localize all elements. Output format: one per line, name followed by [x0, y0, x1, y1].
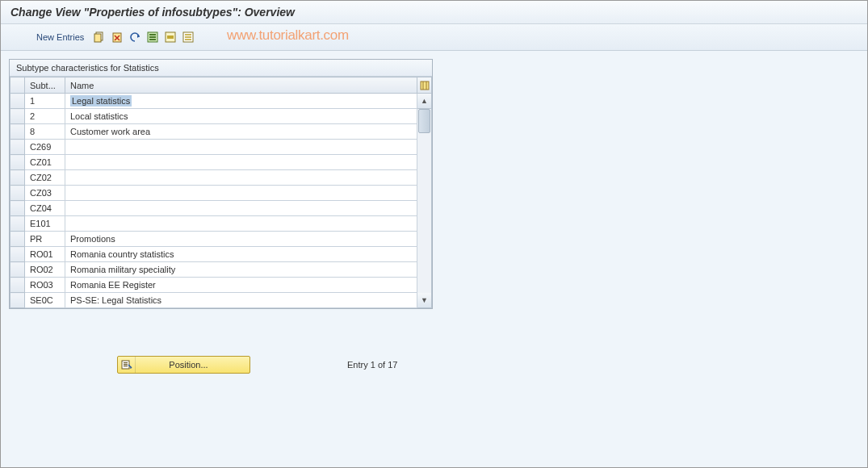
data-grid[interactable]: Subt... Name 1Legal statistics2Local sta… — [10, 77, 417, 308]
cell-name[interactable]: Legal statistics — [65, 94, 417, 109]
scroll-down-icon[interactable]: ▼ — [417, 293, 432, 308]
row-selector[interactable] — [10, 140, 25, 155]
new-entries-button[interactable]: New Entries — [36, 32, 89, 42]
svg-rect-6 — [149, 39, 156, 40]
row-selector[interactable] — [10, 155, 25, 170]
row-selector[interactable] — [10, 232, 25, 247]
cell-subt[interactable]: 1 — [25, 94, 65, 109]
cell-subt[interactable]: CZ04 — [25, 201, 65, 216]
column-header-name[interactable]: Name — [65, 77, 417, 94]
svg-rect-10 — [185, 34, 191, 36]
select-all-icon[interactable] — [145, 30, 160, 44]
delete-icon[interactable] — [110, 30, 124, 44]
row-selector[interactable] — [10, 124, 25, 140]
cell-name[interactable] — [65, 186, 417, 201]
svg-rect-8 — [167, 36, 174, 39]
cell-name[interactable]: Promotions — [65, 232, 417, 247]
table-row[interactable]: RO01Romania country statistics — [10, 247, 417, 262]
vertical-scrollbar[interactable]: ▲ ▼ — [417, 77, 432, 308]
table-row[interactable]: C269 — [10, 140, 417, 155]
table-row[interactable]: CZ02 — [10, 170, 417, 186]
scroll-thumb[interactable] — [418, 109, 430, 133]
row-selector[interactable] — [10, 109, 25, 124]
cell-subt[interactable]: SE0C — [25, 293, 65, 308]
cell-name[interactable] — [65, 170, 417, 186]
cell-name[interactable] — [65, 140, 417, 155]
toolbar: New Entries www.tutorialkart.com — [1, 24, 867, 51]
table-row[interactable]: 2Local statistics — [10, 109, 417, 124]
content-area: Subtype characteristics for Statistics S… — [1, 51, 867, 468]
scroll-track[interactable] — [417, 109, 432, 293]
row-selector[interactable] — [10, 278, 25, 293]
cell-name[interactable]: Customer work area — [65, 124, 417, 140]
cell-subt[interactable]: C269 — [25, 140, 65, 155]
table-panel: Subtype characteristics for Statistics S… — [9, 59, 433, 309]
table-row[interactable]: 1Legal statistics — [10, 94, 417, 109]
svg-rect-13 — [421, 81, 429, 90]
undo-icon[interactable] — [128, 30, 142, 44]
svg-rect-5 — [149, 36, 156, 38]
cell-name[interactable] — [65, 155, 417, 170]
svg-rect-4 — [149, 34, 156, 36]
svg-rect-1 — [94, 34, 101, 42]
cell-subt[interactable]: CZ03 — [25, 186, 65, 201]
svg-rect-17 — [124, 362, 128, 363]
row-selector[interactable] — [10, 170, 25, 186]
table-row[interactable]: CZ01 — [10, 155, 417, 170]
table-row[interactable]: PRPromotions — [10, 232, 417, 247]
position-button[interactable]: Position... — [117, 356, 250, 374]
panel-title: Subtype characteristics for Statistics — [10, 60, 432, 77]
scroll-up-icon[interactable]: ▲ — [417, 94, 432, 109]
configure-columns-icon[interactable] — [417, 77, 432, 94]
table-row[interactable]: CZ04 — [10, 201, 417, 216]
table-row[interactable]: CZ03 — [10, 186, 417, 201]
cell-subt[interactable]: RO02 — [25, 262, 65, 278]
position-icon — [118, 357, 136, 373]
column-header-select[interactable] — [10, 77, 25, 94]
cell-subt[interactable]: RO03 — [25, 278, 65, 293]
cell-subt[interactable]: 8 — [25, 124, 65, 140]
table-row[interactable]: 8Customer work area — [10, 124, 417, 140]
select-block-icon[interactable] — [163, 30, 178, 44]
table-row[interactable]: E101 — [10, 216, 417, 232]
cell-name[interactable]: Romania military speciality — [65, 262, 417, 278]
entry-counter: Entry 1 of 17 — [347, 360, 397, 370]
svg-rect-19 — [124, 366, 128, 366]
row-selector[interactable] — [10, 186, 25, 201]
cell-name[interactable]: Romania EE Register — [65, 278, 417, 293]
position-button-label: Position... — [136, 360, 249, 370]
row-selector[interactable] — [10, 94, 25, 109]
row-selector[interactable] — [10, 247, 25, 262]
svg-rect-18 — [124, 364, 128, 365]
cell-subt[interactable]: RO01 — [25, 247, 65, 262]
row-selector[interactable] — [10, 201, 25, 216]
cell-subt[interactable]: 2 — [25, 109, 65, 124]
cell-name[interactable] — [65, 201, 417, 216]
table-row[interactable]: SE0CPS-SE: Legal Statistics — [10, 293, 417, 308]
table-row[interactable]: RO03Romania EE Register — [10, 278, 417, 293]
copy-icon[interactable] — [92, 30, 107, 44]
cell-subt[interactable]: CZ02 — [25, 170, 65, 186]
cell-name[interactable]: PS-SE: Legal Statistics — [65, 293, 417, 308]
table-row[interactable]: RO02Romania military speciality — [10, 262, 417, 278]
window-title: Change View "Properties of infosubtypes"… — [1, 1, 867, 24]
cell-name[interactable]: Local statistics — [65, 109, 417, 124]
row-selector[interactable] — [10, 262, 25, 278]
deselect-all-icon[interactable] — [181, 30, 195, 44]
cell-subt[interactable]: PR — [25, 232, 65, 247]
row-selector[interactable] — [10, 216, 25, 232]
svg-rect-12 — [185, 39, 191, 40]
cell-name[interactable]: Romania country statistics — [65, 247, 417, 262]
footer-row: Position... Entry 1 of 17 — [9, 356, 859, 374]
row-selector[interactable] — [10, 293, 25, 308]
cell-subt[interactable]: E101 — [25, 216, 65, 232]
watermark-text: www.tutorialkart.com — [227, 27, 349, 44]
cell-subt[interactable]: CZ01 — [25, 155, 65, 170]
svg-rect-11 — [185, 36, 191, 38]
cell-name[interactable] — [65, 216, 417, 232]
column-header-subt[interactable]: Subt... — [25, 77, 65, 94]
